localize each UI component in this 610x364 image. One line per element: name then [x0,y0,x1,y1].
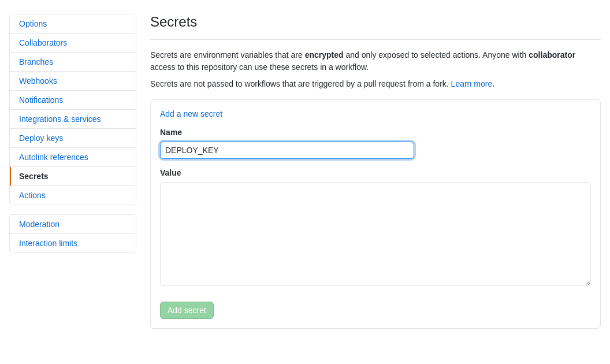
secrets-nav-container: Secrets [10,167,136,186]
sidebar-item-moderation[interactable]: Moderation [10,215,136,234]
sidebar-item-notifications[interactable]: Notifications [10,91,136,110]
add-secret-form: Add a new secret Name Value Add secret [150,99,601,329]
sidebar-group-main: Options Collaborators Branches Webhooks … [9,14,136,205]
sidebar-item-webhooks[interactable]: Webhooks [10,72,136,91]
name-label: Name [160,128,591,137]
description-line1: Secrets are environment variables that a… [150,49,601,73]
add-secret-button[interactable]: Add secret [160,302,214,319]
sidebar-item-collaborators[interactable]: Collaborators [10,34,136,53]
sidebar-item-secrets[interactable]: Secrets [10,167,136,186]
sidebar-item-integrations[interactable]: Integrations & services [10,110,136,129]
form-title: Add a new secret [160,109,591,118]
value-textarea[interactable] [160,182,591,286]
name-input[interactable] [160,142,414,159]
sidebar-item-actions[interactable]: Actions [10,186,136,205]
learn-more-link[interactable]: Learn more [451,79,493,88]
sidebar-item-interaction-limits[interactable]: Interaction limits [10,234,136,252]
description-line2: Secrets are not passed to workflows that… [150,78,601,90]
page-title: Secrets [150,14,601,40]
sidebar-item-options[interactable]: Options [10,14,136,34]
sidebar-group-moderation: Moderation Interaction limits [9,214,136,253]
main-content: Secrets Secrets are environment variable… [150,14,601,329]
sidebar-item-branches[interactable]: Branches [10,53,136,72]
sidebar-item-autolink[interactable]: Autolink references [10,148,136,167]
sidebar: Options Collaborators Branches Webhooks … [9,14,136,329]
description: Secrets are environment variables that a… [150,49,601,90]
value-label: Value [160,168,591,177]
value-group: Value [160,168,591,288]
sidebar-item-deploy-keys[interactable]: Deploy keys [10,129,136,148]
name-group: Name [160,128,591,159]
